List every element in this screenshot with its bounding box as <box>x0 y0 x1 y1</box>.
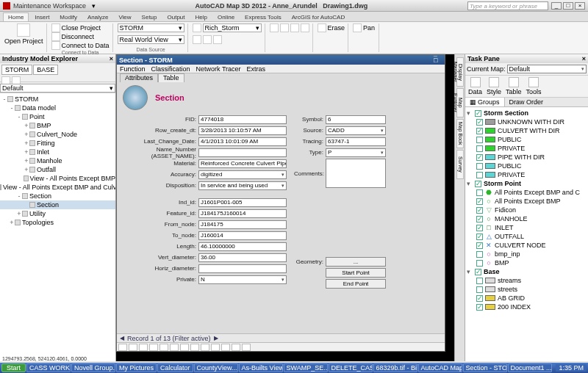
dialog-menu-item[interactable]: Network Tracer <box>196 65 241 73</box>
start-point-button[interactable]: Start Point <box>326 268 386 278</box>
layer-row[interactable]: ▽Fidicon <box>467 206 587 214</box>
ribbon-tab-view[interactable]: View <box>114 13 135 21</box>
dialog-maximize[interactable]: □ <box>434 57 442 63</box>
taskbar-item[interactable]: My Pictures <box>116 363 157 372</box>
dialog-menu-item[interactable]: Extras <box>247 65 266 73</box>
layer-checkbox[interactable] <box>475 181 481 187</box>
connect-to-data-button[interactable]: Connect to Data <box>51 41 110 50</box>
layer-row[interactable]: PRIVATE <box>467 170 587 179</box>
dlg-tool[interactable] <box>118 344 127 351</box>
layer-checkbox[interactable] <box>476 295 483 302</box>
field-input[interactable]: In service and being used <box>198 181 287 190</box>
tree-item[interactable]: +Outfall <box>0 165 115 174</box>
storm-combo[interactable]: STORM▾ <box>118 23 184 32</box>
style-button[interactable]: Style <box>487 77 501 95</box>
layer-row[interactable]: streams <box>467 276 587 285</box>
field-input[interactable]: 3/28/2013 10:10:57 AM <box>198 126 287 135</box>
taskbar-item[interactable]: As-Builts Viewer <box>239 363 283 372</box>
dlg-tool[interactable] <box>180 344 189 351</box>
close-button[interactable]: × <box>575 2 585 10</box>
field-input[interactable]: 4774018 <box>198 115 287 124</box>
tree-item[interactable]: +Topologies <box>0 218 115 227</box>
tree-item[interactable]: +Culvert_Node <box>0 130 115 139</box>
dlg-tool[interactable] <box>232 344 240 351</box>
field-input[interactable]: 63747-1 <box>326 137 386 146</box>
erase-button[interactable]: Erase <box>318 23 345 32</box>
explorer-filter-combo[interactable]: Default▾ <box>0 84 115 93</box>
field-input[interactable]: J160014 <box>198 231 287 240</box>
dlg-tool[interactable] <box>149 344 158 351</box>
field-input[interactable]: digitized <box>198 170 287 179</box>
tool-icon-1[interactable] <box>193 35 201 44</box>
dlg-tool[interactable] <box>170 344 179 351</box>
tool-icon-4[interactable] <box>270 23 279 32</box>
table-button[interactable]: Table <box>506 77 522 95</box>
layer-row[interactable]: ○BMP <box>467 258 587 267</box>
field-input[interactable]: 46.10000000 <box>198 242 287 251</box>
layer-checkbox[interactable] <box>476 207 483 214</box>
layer-row[interactable]: PIPE WITH DIR <box>467 153 587 162</box>
field-input[interactable]: CADD <box>326 126 386 135</box>
open-project-button[interactable]: Open Project <box>4 23 43 45</box>
layer-row[interactable]: PUBLIC <box>467 162 587 170</box>
layer-row[interactable]: △OUTFALL <box>467 232 587 241</box>
field-input[interactable]: J184175J160014 <box>198 209 287 218</box>
tools-button[interactable]: Tools <box>526 77 542 95</box>
tool-icon-2[interactable] <box>203 35 212 44</box>
dialog-title-bar[interactable]: Section - STORM _□× <box>117 55 445 65</box>
dlg-tool[interactable] <box>159 344 168 351</box>
layer-row[interactable]: ⬣All Points Except BMP and C <box>467 188 587 197</box>
taskbar-item[interactable]: Document1 ... <box>508 363 552 372</box>
draw-order-tab[interactable]: Draw Order <box>505 98 548 106</box>
layer-row[interactable]: ✕CULVERT NODE <box>467 241 587 250</box>
ribbon-tab-express-tools[interactable]: Express Tools <box>240 13 286 21</box>
current-map-combo[interactable]: Default <box>507 65 587 73</box>
layer-checkbox[interactable] <box>476 260 483 267</box>
tree-item[interactable]: Section <box>0 200 115 209</box>
layer-row[interactable]: ▾Storm Section <box>467 109 587 117</box>
dlg-tool[interactable] <box>129 344 137 351</box>
ribbon-tab-output[interactable]: Output <box>163 13 190 21</box>
field-input[interactable]: 6 <box>326 115 386 124</box>
taskbar-item[interactable]: Calculator <box>157 363 193 372</box>
tree-item[interactable]: -STORM <box>0 95 115 104</box>
dlg-tool[interactable] <box>139 344 148 351</box>
taskbar-item[interactable]: Section - STO... <box>463 363 507 372</box>
start-button[interactable]: Start <box>1 363 26 372</box>
tree-item[interactable]: -Section <box>0 192 115 200</box>
layer-checkbox[interactable] <box>476 189 483 196</box>
disconnect-button[interactable]: Disconnect <box>51 32 110 41</box>
ribbon-tab-modify[interactable]: Modify <box>55 13 82 21</box>
dialog-menu-item[interactable]: Function <box>120 65 146 73</box>
dlg-tool[interactable] <box>190 344 199 351</box>
layer-checkbox[interactable] <box>476 278 483 284</box>
ribbon-tab-online[interactable]: Online <box>213 13 239 21</box>
tool-icon-6[interactable] <box>290 23 299 32</box>
field-input[interactable]: J1601P001-005 <box>198 198 287 207</box>
layer-row[interactable]: ○bmp_inp <box>467 250 587 258</box>
layer-list[interactable]: ▾Storm SectionUNKNOWN WITH DIRCULVERT WI… <box>465 107 588 361</box>
ribbon-tab-setup[interactable]: Setup <box>137 13 162 21</box>
taskbar-item[interactable]: AutoCAD Map... <box>418 363 462 372</box>
layer-checkbox[interactable] <box>476 163 483 170</box>
drawing-canvas[interactable]: Section - STORM _□× FunctionClassificati… <box>116 54 454 361</box>
groups-tab[interactable]: ▦Groups <box>465 98 505 106</box>
field-input[interactable]: 4/1/2013 10:01:09 AM <box>198 137 287 146</box>
layer-checkbox[interactable] <box>475 110 481 117</box>
geometry-button[interactable]: ... <box>326 257 386 267</box>
ribbon-tab-insert[interactable]: Insert <box>30 13 54 21</box>
layer-checkbox[interactable] <box>476 119 483 126</box>
close-project-button[interactable]: Close Project <box>51 23 110 32</box>
layer-row[interactable]: ○All Points Except BMP <box>467 197 587 206</box>
side-tab[interactable]: Map Explorer <box>456 88 464 117</box>
field-input[interactable] <box>326 159 386 188</box>
taskbar-item[interactable]: CASS WORKS <box>26 363 71 372</box>
tree-item[interactable]: +Inlet <box>0 148 115 156</box>
ribbon-tab-help[interactable]: Help <box>191 13 212 21</box>
taskbar-item[interactable]: Novell Group... <box>71 363 115 372</box>
layer-checkbox[interactable] <box>476 216 483 222</box>
dlg-tool[interactable] <box>201 344 209 351</box>
data-button[interactable]: Data <box>468 77 482 95</box>
tree-item[interactable]: -Point <box>0 112 115 121</box>
layer-row[interactable]: AB GRID <box>467 294 587 303</box>
